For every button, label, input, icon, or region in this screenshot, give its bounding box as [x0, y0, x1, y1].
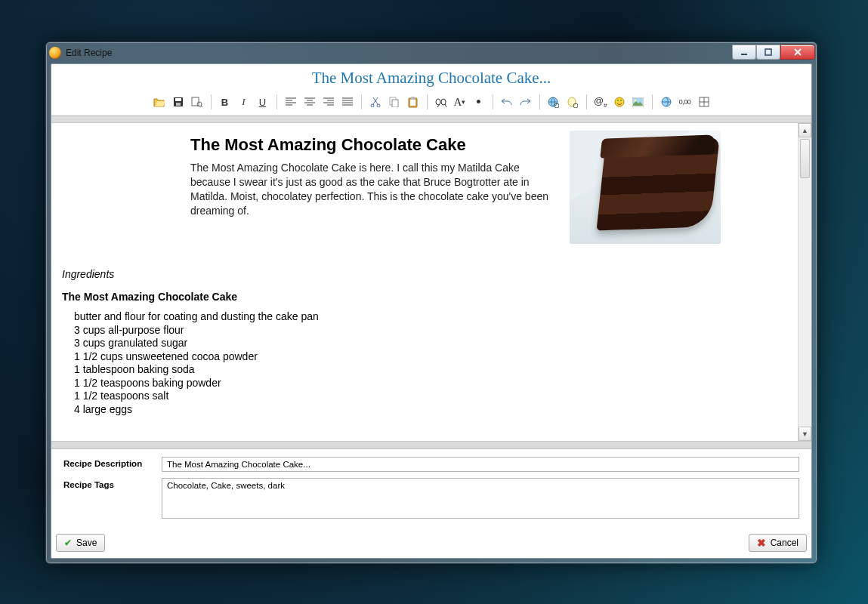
italic-icon[interactable]: I [235, 93, 253, 111]
font-icon[interactable]: A▾ [451, 93, 469, 111]
scroll-down-icon[interactable]: ▼ [798, 427, 811, 441]
open-icon[interactable] [150, 93, 168, 111]
number-format-icon[interactable]: 0,00 [676, 93, 694, 111]
emoji-icon[interactable] [610, 93, 629, 111]
scroll-up-icon[interactable]: ▲ [798, 123, 811, 137]
svg-rect-13 [410, 100, 415, 106]
separator [51, 441, 811, 448]
tags-input[interactable]: Chocolate, Cake, sweets, dark [162, 478, 799, 519]
svg-point-8 [371, 104, 374, 107]
footer: ✔ Save ✖ Cancel [51, 531, 811, 558]
svg-rect-4 [176, 103, 181, 106]
svg-point-25 [620, 100, 622, 101]
cancel-button[interactable]: ✖ Cancel [749, 534, 807, 552]
svg-rect-0 [741, 54, 747, 55]
check-icon: ✔ [64, 538, 72, 548]
list-item: butter and flour for coating and dusting… [74, 310, 787, 324]
copy-icon[interactable] [385, 93, 403, 111]
description-input[interactable] [162, 457, 799, 472]
svg-point-24 [617, 100, 619, 101]
save-icon[interactable] [169, 93, 187, 111]
link-globe-icon[interactable] [545, 93, 563, 111]
anchor-icon[interactable]: @# [592, 93, 610, 111]
cancel-label: Cancel [771, 538, 798, 548]
client-area: The Most Amazing Chocolate Cake... B I U… [51, 63, 812, 559]
titlebar[interactable]: Edit Recipe [46, 42, 817, 63]
find-icon[interactable] [432, 93, 450, 111]
svg-line-7 [201, 106, 202, 107]
list-item: 3 cups granulated sugar [74, 337, 787, 350]
paste-icon[interactable] [404, 93, 422, 111]
description-label: Recipe Description [63, 457, 162, 468]
section-name: The Most Amazing Chocolate Cake [62, 291, 787, 303]
window-buttons [732, 45, 815, 60]
svg-rect-11 [392, 100, 398, 107]
svg-point-9 [377, 104, 380, 107]
separator [51, 116, 811, 123]
list-item: 1 1/2 teaspoons salt [74, 390, 787, 403]
bottom-panel: Recipe Description Recipe Tags Chocolate… [51, 448, 811, 531]
save-label: Save [76, 538, 97, 548]
table-icon[interactable] [695, 93, 713, 111]
attachment-icon[interactable] [564, 93, 582, 111]
ingredients-label: Ingredients [62, 268, 787, 280]
align-justify-icon[interactable] [338, 93, 357, 111]
svg-point-23 [615, 97, 624, 106]
redo-icon[interactable] [517, 93, 535, 111]
align-right-icon[interactable] [320, 93, 338, 111]
underline-icon[interactable]: U [254, 93, 272, 111]
recipe-image [570, 131, 721, 244]
minimize-button[interactable] [732, 45, 756, 60]
tags-label: Recipe Tags [63, 478, 162, 489]
document-title: The Most Amazing Chocolate Cake... [51, 64, 811, 91]
list-item: 1 tablespoon baking soda [74, 363, 787, 377]
ingredients-list: butter and flour for coating and dusting… [62, 310, 787, 416]
svg-rect-14 [411, 97, 415, 100]
svg-rect-1 [765, 49, 771, 55]
cut-icon[interactable] [366, 93, 385, 111]
app-icon [49, 47, 61, 59]
window: Edit Recipe The Most Amazing Chocolate C… [45, 42, 817, 564]
maximize-button[interactable] [756, 45, 780, 60]
svg-point-21 [568, 97, 576, 106]
print-preview-icon[interactable] [188, 93, 206, 111]
align-left-icon[interactable] [282, 93, 300, 111]
list-item: 3 cups all-purpose flour [74, 324, 787, 337]
image-icon[interactable] [629, 93, 647, 111]
list-item: 4 large eggs [74, 403, 787, 417]
list-item: 1 1/2 teaspoons baking powder [74, 377, 787, 390]
scroll-thumb[interactable] [800, 139, 810, 178]
svg-line-18 [445, 104, 446, 107]
save-button[interactable]: ✔ Save [56, 534, 105, 552]
svg-point-16 [441, 99, 446, 105]
list-item: 1 1/2 cups unsweetened cocoa powder [74, 350, 787, 364]
window-title: Edit Recipe [66, 48, 732, 58]
editor[interactable]: The Most Amazing Chocolate Cake The Most… [51, 123, 798, 441]
hyperlink-icon[interactable] [657, 93, 675, 111]
bold-icon[interactable]: B [216, 93, 234, 111]
align-center-icon[interactable] [301, 93, 319, 111]
svg-rect-3 [175, 98, 181, 101]
scrollbar[interactable]: ▲ ▼ [798, 123, 811, 441]
content-blurb: The Most Amazing Chocolate Cake is here.… [190, 161, 561, 218]
bullet-icon[interactable]: • [470, 93, 488, 111]
close-button[interactable] [780, 45, 815, 60]
toolbar: B I U A▾ • @# [51, 91, 811, 116]
svg-rect-5 [192, 97, 199, 106]
content-heading: The Most Amazing Chocolate Cake [190, 135, 561, 155]
svg-point-15 [436, 99, 440, 105]
editor-area: The Most Amazing Chocolate Cake The Most… [51, 123, 811, 441]
x-icon: ✖ [757, 537, 766, 549]
undo-icon[interactable] [498, 93, 516, 111]
